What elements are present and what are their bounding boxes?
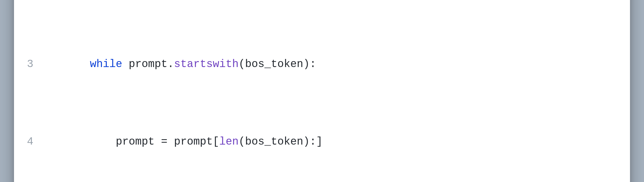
code-area[interactable]: 1 def remove_extra_bos(prompt): 2 for bo… [22, 0, 622, 182]
bracket-open: [ [213, 136, 219, 148]
paren-close: ) [303, 136, 310, 148]
indent [38, 58, 90, 70]
code-window: 1 def remove_extra_bos(prompt): 2 for bo… [14, 0, 630, 182]
identifier: bos_token [245, 136, 303, 148]
paren-open: ( [239, 136, 245, 148]
line-content: prompt = prompt[len(bos_token):] [38, 134, 622, 150]
space [122, 58, 129, 70]
dot: . [167, 58, 174, 70]
indent [38, 136, 116, 148]
code-line: 4 prompt = prompt[len(bos_token):] [22, 134, 622, 150]
identifier: bos_token [245, 58, 303, 70]
line-number: 4 [22, 134, 38, 150]
stage: 1 def remove_extra_bos(prompt): 2 for bo… [0, 0, 644, 182]
slice-colon: : [310, 136, 316, 148]
bracket-close: ] [316, 136, 323, 148]
paren-close: ) [303, 58, 310, 70]
space [167, 136, 174, 148]
equals: = [161, 136, 167, 148]
space [155, 136, 161, 148]
builtin-len: len [219, 136, 239, 148]
keyword-while: while [90, 58, 122, 70]
colon: : [310, 58, 316, 70]
code-line: 3 while prompt.startswith(bos_token): [22, 57, 622, 72]
paren-open: ( [239, 58, 245, 70]
method-name: startswith [174, 58, 239, 70]
line-number: 3 [22, 57, 38, 72]
identifier: prompt [129, 58, 167, 70]
identifier: prompt [116, 136, 155, 148]
line-content: while prompt.startswith(bos_token): [38, 57, 622, 72]
identifier: prompt [174, 136, 213, 148]
